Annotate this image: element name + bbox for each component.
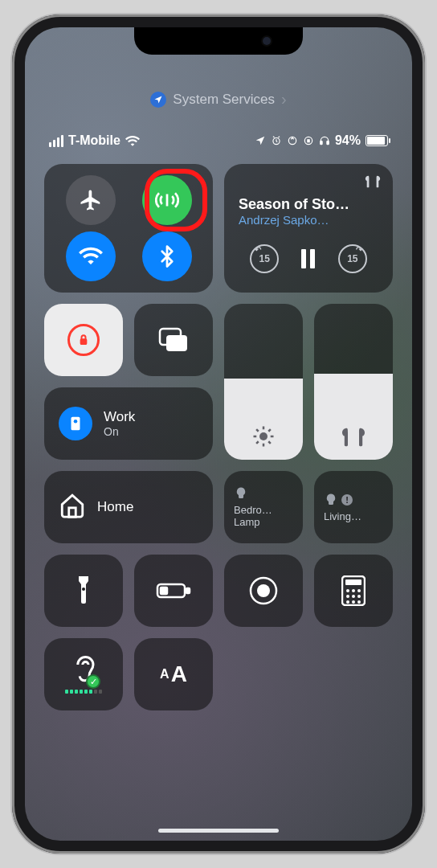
record-icon (248, 575, 279, 606)
battery-icon (366, 135, 388, 146)
bedroom-lamp-tile[interactable]: Bedro… Lamp (224, 471, 303, 543)
low-power-mode-button[interactable] (134, 555, 213, 627)
svg-point-23 (357, 589, 361, 592)
hearing-button[interactable]: ✓ (44, 638, 123, 710)
screen-mirroring-icon (157, 326, 190, 354)
skip-forward-button[interactable]: ↷ 15 (338, 244, 367, 273)
focus-tile[interactable]: Work On (44, 387, 213, 460)
wifi-toggle[interactable] (66, 231, 116, 281)
brightness-icon (224, 424, 303, 448)
airpods-volume-icon (314, 426, 393, 448)
battery-percent: 94% (335, 133, 361, 148)
svg-point-9 (259, 432, 268, 440)
svg-point-26 (357, 595, 361, 598)
living-room-tile[interactable]: ! Living… (314, 471, 393, 543)
orientation-lock-toggle[interactable] (44, 304, 123, 376)
headphones-icon (319, 135, 330, 146)
text-size-small: A (160, 667, 169, 682)
alert-badge-icon: ! (341, 494, 353, 506)
bedroom-line1: Bedro… (234, 504, 272, 516)
wifi-icon (125, 135, 140, 146)
svg-point-22 (352, 589, 355, 592)
focus-name: Work (104, 409, 135, 425)
svg-point-11 (74, 420, 78, 424)
control-center-screen: System Services › T-Mobile 94% (25, 27, 412, 841)
home-indicator[interactable] (158, 829, 279, 833)
svg-rect-3 (308, 140, 309, 142)
battery-low-icon (156, 581, 191, 600)
svg-point-29 (357, 600, 361, 604)
volume-slider[interactable] (314, 304, 393, 460)
breadcrumb-label: System Services (173, 92, 275, 108)
orientation-lock-icon (67, 324, 100, 356)
svg-rect-4 (321, 141, 322, 145)
home-icon (59, 492, 86, 522)
screen-mirroring-button[interactable] (134, 304, 213, 376)
home-label: Home (97, 499, 133, 515)
carrier-label: T-Mobile (68, 133, 120, 148)
svg-rect-8 (166, 335, 187, 351)
calculator-button[interactable] (314, 555, 393, 627)
svg-rect-12 (69, 508, 76, 517)
brightness-slider[interactable] (224, 304, 303, 460)
svg-point-25 (352, 595, 355, 598)
bluetooth-toggle[interactable] (142, 231, 192, 281)
play-pause-button[interactable] (301, 249, 315, 268)
svg-point-21 (346, 589, 349, 592)
bedroom-line2: Lamp (234, 516, 260, 528)
svg-rect-10 (71, 417, 80, 431)
hearing-level-bars (65, 690, 102, 694)
svg-rect-6 (81, 339, 87, 344)
svg-point-13 (82, 588, 85, 591)
flashlight-button[interactable] (44, 555, 123, 627)
svg-rect-15 (186, 588, 190, 593)
location-status-icon (255, 135, 266, 146)
alarm-icon (271, 135, 282, 146)
check-badge-icon: ✓ (86, 674, 100, 689)
airpods-icon (364, 174, 382, 193)
bulb-icon (324, 493, 338, 507)
text-size-button[interactable]: A A (134, 638, 213, 710)
chevron-right-icon: › (281, 90, 287, 108)
skip-back-button[interactable]: ↶ 15 (250, 244, 279, 273)
orientation-lock-status-icon (303, 135, 314, 146)
now-playing-tile[interactable]: Season of Sto… Andrzej Sapko… ↶ 15 ↷ 15 (224, 164, 393, 293)
svg-rect-5 (327, 141, 329, 145)
svg-point-27 (346, 600, 349, 604)
focus-state: On (104, 425, 135, 438)
media-title: Season of Sto… (239, 196, 378, 213)
living-label: Living… (324, 510, 361, 522)
cellular-data-toggle[interactable] (142, 175, 192, 225)
calculator-icon (341, 575, 366, 606)
notch (134, 27, 303, 55)
signal-icon (49, 135, 63, 147)
flashlight-icon (74, 575, 93, 607)
svg-point-28 (352, 600, 355, 604)
iphone-frame: System Services › T-Mobile 94% (12, 14, 425, 854)
airplane-mode-toggle[interactable] (66, 175, 116, 225)
media-artist: Andrzej Sapko… (239, 213, 378, 227)
focus-work-icon (59, 407, 92, 440)
svg-point-18 (257, 584, 270, 597)
screen-record-button[interactable] (224, 555, 303, 627)
home-tile[interactable]: Home (44, 471, 213, 543)
svg-rect-20 (345, 579, 361, 585)
bulb-icon (234, 486, 248, 501)
text-size-large: A (171, 661, 187, 687)
connectivity-cluster[interactable] (44, 164, 213, 293)
status-bar: T-Mobile 94% (25, 133, 412, 148)
location-icon (150, 92, 166, 108)
svg-rect-16 (161, 588, 167, 594)
sync-icon (287, 135, 298, 146)
svg-point-24 (346, 595, 349, 598)
breadcrumb[interactable]: System Services › (25, 90, 412, 108)
